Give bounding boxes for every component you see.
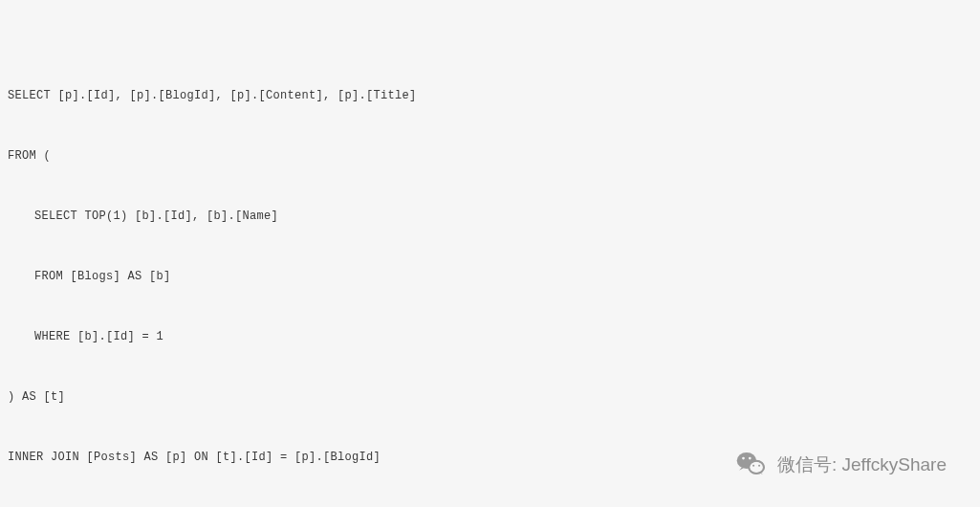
code-line: FROM [Blogs] AS [b] <box>8 267 972 287</box>
svg-point-10 <box>758 465 760 467</box>
watermark: 微信号: JeffckyShare <box>735 448 947 480</box>
wechat-icon <box>735 448 768 480</box>
sql-query-1: SELECT [p].[Id], [p].[BlogId], [p].[Cont… <box>8 46 972 507</box>
code-line: FROM ( <box>8 146 972 166</box>
svg-point-9 <box>752 465 754 467</box>
watermark-text: 微信号: JeffckyShare <box>777 454 947 474</box>
sql-code-block: SELECT [p].[Id], [p].[BlogId], [p].[Cont… <box>8 6 972 507</box>
svg-point-3 <box>750 462 763 473</box>
svg-point-5 <box>749 457 751 460</box>
code-line: SELECT TOP(1) [b].[Id], [b].[Name] <box>8 207 972 227</box>
code-line: ) AS [t] <box>8 387 972 408</box>
svg-point-4 <box>742 457 745 460</box>
code-line: WHERE [b].[Id] = 1 <box>8 327 972 347</box>
code-line: SELECT [p].[Id], [p].[BlogId], [p].[Cont… <box>8 86 972 106</box>
